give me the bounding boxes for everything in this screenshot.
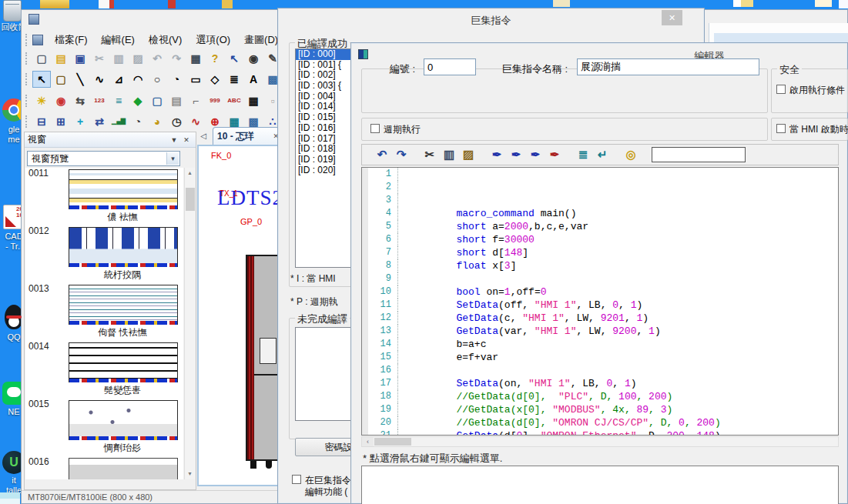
arc-tool-icon[interactable]: ◠	[129, 71, 147, 88]
tab-prev-icon[interactable]: ◁	[197, 130, 209, 142]
code-line[interactable]: 17 //GetData(x[0], "MODBUS", 4x, 89, 3)	[362, 377, 838, 390]
bar-graph-icon[interactable]: ▁▄▇	[109, 113, 128, 130]
code-line[interactable]: 7	[362, 246, 838, 259]
canvas-gp-label[interactable]: GP_0	[240, 217, 262, 226]
canvas-fk-label[interactable]: FK_0	[211, 151, 231, 160]
code-line[interactable]: 1	[362, 168, 838, 181]
window-thumbnail-image[interactable]	[69, 458, 178, 479]
memo-icon[interactable]: ▤	[167, 92, 186, 109]
macro-id-item[interactable]: [ID : 019]	[296, 155, 353, 165]
code-line[interactable]: 8 bool on=1,off=0	[362, 259, 838, 272]
tab-window-10[interactable]: 10 - 忑珜 ✕	[213, 127, 283, 145]
panel-close-icon[interactable]: ✕	[180, 135, 193, 145]
window-thumbnail-item[interactable]: 0013 佝督 怢袪憮	[25, 283, 183, 337]
toolbar-handle[interactable]	[25, 73, 28, 85]
bookmark-prev-icon[interactable]: ✒	[526, 146, 545, 163]
code-line[interactable]: 6 float x[3]	[362, 233, 838, 246]
machine-picture[interactable]	[246, 255, 281, 461]
meter-icon[interactable]: ◔	[129, 113, 147, 130]
code-line[interactable]: 11 GetData(var, "HMI 1", LW, 9200, 1)	[362, 299, 838, 312]
bookmark-toggle-icon[interactable]: ✒	[488, 146, 506, 163]
spline-tool-icon[interactable]: ∿	[90, 71, 109, 88]
photo-app-icon[interactable]	[0, 492, 20, 504]
find-icon[interactable]: ◎	[622, 146, 640, 163]
macro-id-item[interactable]: [ID : 018]	[296, 144, 353, 155]
code-line[interactable]: 21 //SetData(d[0], "HMI 1", LW, 1, 148)	[362, 429, 838, 436]
macro-id-input[interactable]	[424, 58, 476, 75]
line-tool-icon[interactable]: ╲	[71, 71, 89, 88]
new-icon[interactable]: ▢	[32, 50, 51, 67]
code-editor[interactable]: 1 2 macro_command main() 3 short a=2000,…	[361, 167, 839, 436]
key-icon[interactable]: ⌐	[186, 92, 205, 109]
code-line[interactable]: 14	[362, 338, 838, 351]
copy-icon[interactable]: ▥	[440, 146, 458, 163]
rect-tool-icon[interactable]: ▭	[186, 71, 205, 88]
scale-tool-icon[interactable]: ≣	[225, 71, 243, 88]
macro-id-list[interactable]: [ID : 000][ID : 001] {[ID : 002][ID : 00…	[295, 48, 354, 268]
context-help-icon[interactable]: ↖	[225, 50, 243, 67]
macro-id-item[interactable]: [ID : 002]	[296, 70, 353, 81]
barcode-icon[interactable]: ▦	[244, 92, 263, 109]
ascii-display-icon[interactable]: ABC	[225, 92, 243, 109]
window-thumbnail-image[interactable]	[69, 227, 178, 267]
toolbar-handle[interactable]	[25, 52, 28, 65]
window-thumbnail-image[interactable]	[69, 285, 178, 325]
code-line[interactable]: 10 GetData(c, "HMI 1", LW, 9201, 1)	[362, 285, 838, 299]
editor-output-box[interactable]	[361, 466, 839, 504]
touch-object-icon[interactable]: ▢	[148, 92, 166, 109]
window-thumbnail-item[interactable]: 0012 統杅挍隅	[25, 225, 183, 279]
thumbnail-scrollbar[interactable]: ▴ ▾	[184, 168, 195, 479]
open-icon[interactable]: ▤	[52, 50, 70, 67]
toolbar-handle[interactable]	[25, 95, 28, 107]
toolbar-handle[interactable]	[25, 115, 28, 128]
macro-name-input[interactable]	[577, 58, 759, 75]
code-line[interactable]: 20 //SetData(e, "HMI 1", LW, 40, 1)	[362, 416, 838, 429]
redo-icon[interactable]: ↷	[392, 146, 411, 163]
numeric-display-icon[interactable]: 999	[206, 92, 224, 109]
polygon-tool-icon[interactable]: ◇	[206, 71, 224, 88]
print-icon[interactable]: ▦	[186, 50, 205, 67]
numeric-input-icon[interactable]: 123	[90, 92, 109, 109]
window-thumbnail-image[interactable]	[69, 400, 178, 440]
menu-options[interactable]: 選項(O)	[189, 32, 237, 48]
save-icon[interactable]: ▣	[71, 50, 89, 67]
copy-icon[interactable]: ▥	[109, 50, 128, 67]
recipe-ascii-icon[interactable]: ⊞	[52, 113, 70, 130]
window-thumbnail-item[interactable]: 0014 髡變恁軎	[25, 341, 183, 395]
menu-view[interactable]: 檢視(V)	[142, 32, 189, 48]
recycle-bin-icon[interactable]	[3, 0, 22, 22]
outdent-icon[interactable]: ↵	[593, 146, 612, 163]
code-line[interactable]: 2 macro_command main()	[362, 181, 838, 194]
bit-lamp-icon[interactable]: ☀	[32, 92, 51, 109]
window-thumbnail-item[interactable]: 0011 儂 袪憮	[25, 168, 183, 222]
code-line[interactable]: 3 short a=2000,b,c,e,var	[362, 194, 838, 207]
uncompiled-list[interactable]	[295, 327, 354, 421]
scroll-left-icon[interactable]: ‹	[362, 437, 374, 446]
recipe-numeric-icon[interactable]: ⊟	[32, 113, 51, 130]
scrollbar-thumb[interactable]	[186, 188, 195, 211]
help-icon[interactable]: ?	[206, 50, 224, 67]
execution-condition-checkbox[interactable]: 啟用執行條件	[776, 85, 845, 96]
pie-tool-icon[interactable]: ◔	[167, 71, 186, 88]
cut-icon[interactable]: ✂	[421, 146, 439, 163]
properties-icon[interactable]: ▢	[52, 71, 70, 88]
macro-id-item[interactable]: [ID : 014]	[296, 102, 353, 112]
move-shape-icon[interactable]: +	[71, 113, 89, 130]
undo-icon[interactable]: ↶	[148, 50, 166, 67]
code-line[interactable]: 16 //GetData(d[0], "PLC", D, 100, 200)	[362, 364, 838, 377]
undo-icon[interactable]: ↶	[373, 146, 391, 163]
code-horizontal-scrollbar[interactable]: ‹	[361, 436, 839, 447]
macro-id-item[interactable]: [ID : 001] {	[296, 60, 353, 71]
cut-icon[interactable]: ✂	[90, 50, 109, 67]
indent-icon[interactable]: ≣	[574, 146, 592, 163]
checkbox-box[interactable]	[776, 124, 786, 133]
paste-icon[interactable]: ▨	[459, 146, 478, 163]
ellipse-tool-icon[interactable]: ○	[148, 71, 166, 88]
checkbox-box[interactable]	[292, 475, 301, 484]
code-line[interactable]: 15 SetData(on, "HMI 1", LB, 0, 1)	[362, 351, 838, 364]
close-icon[interactable]: ✕	[662, 10, 682, 25]
scrollbar-thumb[interactable]	[374, 438, 411, 446]
scroll-up-icon[interactable]: ▴	[185, 168, 195, 179]
macro-id-item[interactable]: [ID : 017]	[296, 134, 353, 145]
checkbox-box[interactable]	[776, 85, 786, 94]
